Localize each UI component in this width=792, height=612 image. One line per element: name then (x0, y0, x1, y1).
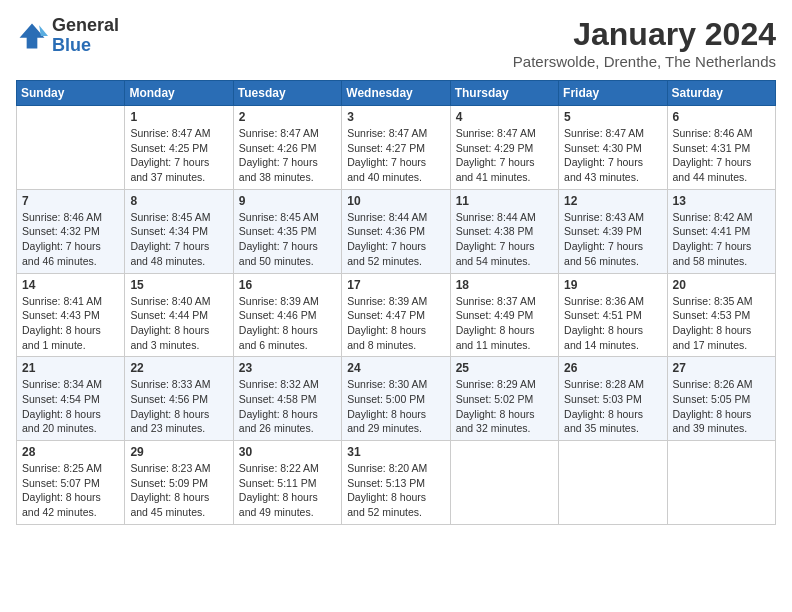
day-number: 15 (130, 278, 227, 292)
logo: General Blue (16, 16, 119, 56)
calendar-cell: 30Sunrise: 8:22 AMSunset: 5:11 PMDayligh… (233, 441, 341, 525)
weekday-header-wednesday: Wednesday (342, 81, 450, 106)
weekday-header-friday: Friday (559, 81, 667, 106)
day-number: 2 (239, 110, 336, 124)
day-info: Sunrise: 8:43 AMSunset: 4:39 PMDaylight:… (564, 210, 661, 269)
calendar-cell: 17Sunrise: 8:39 AMSunset: 4:47 PMDayligh… (342, 273, 450, 357)
calendar-week-3: 14Sunrise: 8:41 AMSunset: 4:43 PMDayligh… (17, 273, 776, 357)
day-info: Sunrise: 8:26 AMSunset: 5:05 PMDaylight:… (673, 377, 770, 436)
calendar-cell: 15Sunrise: 8:40 AMSunset: 4:44 PMDayligh… (125, 273, 233, 357)
day-number: 30 (239, 445, 336, 459)
calendar-cell: 23Sunrise: 8:32 AMSunset: 4:58 PMDayligh… (233, 357, 341, 441)
day-number: 9 (239, 194, 336, 208)
calendar-cell: 1Sunrise: 8:47 AMSunset: 4:25 PMDaylight… (125, 106, 233, 190)
day-info: Sunrise: 8:34 AMSunset: 4:54 PMDaylight:… (22, 377, 119, 436)
day-info: Sunrise: 8:37 AMSunset: 4:49 PMDaylight:… (456, 294, 553, 353)
calendar-cell: 21Sunrise: 8:34 AMSunset: 4:54 PMDayligh… (17, 357, 125, 441)
calendar-cell: 19Sunrise: 8:36 AMSunset: 4:51 PMDayligh… (559, 273, 667, 357)
calendar-cell: 11Sunrise: 8:44 AMSunset: 4:38 PMDayligh… (450, 189, 558, 273)
day-number: 1 (130, 110, 227, 124)
calendar-cell: 10Sunrise: 8:44 AMSunset: 4:36 PMDayligh… (342, 189, 450, 273)
day-number: 13 (673, 194, 770, 208)
day-number: 22 (130, 361, 227, 375)
day-number: 14 (22, 278, 119, 292)
day-number: 7 (22, 194, 119, 208)
weekday-header-thursday: Thursday (450, 81, 558, 106)
calendar-cell: 5Sunrise: 8:47 AMSunset: 4:30 PMDaylight… (559, 106, 667, 190)
day-info: Sunrise: 8:35 AMSunset: 4:53 PMDaylight:… (673, 294, 770, 353)
calendar-cell: 13Sunrise: 8:42 AMSunset: 4:41 PMDayligh… (667, 189, 775, 273)
calendar-cell: 2Sunrise: 8:47 AMSunset: 4:26 PMDaylight… (233, 106, 341, 190)
day-info: Sunrise: 8:45 AMSunset: 4:34 PMDaylight:… (130, 210, 227, 269)
calendar-week-5: 28Sunrise: 8:25 AMSunset: 5:07 PMDayligh… (17, 441, 776, 525)
day-info: Sunrise: 8:36 AMSunset: 4:51 PMDaylight:… (564, 294, 661, 353)
calendar-cell: 14Sunrise: 8:41 AMSunset: 4:43 PMDayligh… (17, 273, 125, 357)
weekday-header-monday: Monday (125, 81, 233, 106)
logo-blue: Blue (52, 36, 119, 56)
calendar-cell: 8Sunrise: 8:45 AMSunset: 4:34 PMDaylight… (125, 189, 233, 273)
calendar-cell: 31Sunrise: 8:20 AMSunset: 5:13 PMDayligh… (342, 441, 450, 525)
weekday-row: SundayMondayTuesdayWednesdayThursdayFrid… (17, 81, 776, 106)
day-number: 10 (347, 194, 444, 208)
weekday-header-saturday: Saturday (667, 81, 775, 106)
day-number: 5 (564, 110, 661, 124)
calendar-cell: 3Sunrise: 8:47 AMSunset: 4:27 PMDaylight… (342, 106, 450, 190)
day-info: Sunrise: 8:40 AMSunset: 4:44 PMDaylight:… (130, 294, 227, 353)
calendar-week-2: 7Sunrise: 8:46 AMSunset: 4:32 PMDaylight… (17, 189, 776, 273)
logo-text: General Blue (52, 16, 119, 56)
day-info: Sunrise: 8:47 AMSunset: 4:27 PMDaylight:… (347, 126, 444, 185)
day-number: 25 (456, 361, 553, 375)
day-info: Sunrise: 8:47 AMSunset: 4:29 PMDaylight:… (456, 126, 553, 185)
day-info: Sunrise: 8:45 AMSunset: 4:35 PMDaylight:… (239, 210, 336, 269)
day-info: Sunrise: 8:28 AMSunset: 5:03 PMDaylight:… (564, 377, 661, 436)
calendar-header: SundayMondayTuesdayWednesdayThursdayFrid… (17, 81, 776, 106)
day-info: Sunrise: 8:20 AMSunset: 5:13 PMDaylight:… (347, 461, 444, 520)
day-number: 26 (564, 361, 661, 375)
calendar-week-1: 1Sunrise: 8:47 AMSunset: 4:25 PMDaylight… (17, 106, 776, 190)
day-info: Sunrise: 8:47 AMSunset: 4:25 PMDaylight:… (130, 126, 227, 185)
day-number: 28 (22, 445, 119, 459)
calendar-body: 1Sunrise: 8:47 AMSunset: 4:25 PMDaylight… (17, 106, 776, 525)
day-info: Sunrise: 8:47 AMSunset: 4:26 PMDaylight:… (239, 126, 336, 185)
calendar-cell: 25Sunrise: 8:29 AMSunset: 5:02 PMDayligh… (450, 357, 558, 441)
calendar-cell: 24Sunrise: 8:30 AMSunset: 5:00 PMDayligh… (342, 357, 450, 441)
day-number: 31 (347, 445, 444, 459)
day-info: Sunrise: 8:46 AMSunset: 4:31 PMDaylight:… (673, 126, 770, 185)
day-number: 3 (347, 110, 444, 124)
calendar-cell (450, 441, 558, 525)
day-number: 8 (130, 194, 227, 208)
calendar-cell: 16Sunrise: 8:39 AMSunset: 4:46 PMDayligh… (233, 273, 341, 357)
month-title: January 2024 (513, 16, 776, 53)
day-number: 20 (673, 278, 770, 292)
calendar-cell: 6Sunrise: 8:46 AMSunset: 4:31 PMDaylight… (667, 106, 775, 190)
day-info: Sunrise: 8:42 AMSunset: 4:41 PMDaylight:… (673, 210, 770, 269)
day-info: Sunrise: 8:44 AMSunset: 4:38 PMDaylight:… (456, 210, 553, 269)
calendar-cell (667, 441, 775, 525)
day-info: Sunrise: 8:30 AMSunset: 5:00 PMDaylight:… (347, 377, 444, 436)
day-number: 18 (456, 278, 553, 292)
calendar-cell: 7Sunrise: 8:46 AMSunset: 4:32 PMDaylight… (17, 189, 125, 273)
day-number: 12 (564, 194, 661, 208)
calendar-cell: 28Sunrise: 8:25 AMSunset: 5:07 PMDayligh… (17, 441, 125, 525)
day-info: Sunrise: 8:22 AMSunset: 5:11 PMDaylight:… (239, 461, 336, 520)
day-info: Sunrise: 8:46 AMSunset: 4:32 PMDaylight:… (22, 210, 119, 269)
calendar-table: SundayMondayTuesdayWednesdayThursdayFrid… (16, 80, 776, 525)
calendar-cell: 20Sunrise: 8:35 AMSunset: 4:53 PMDayligh… (667, 273, 775, 357)
day-info: Sunrise: 8:23 AMSunset: 5:09 PMDaylight:… (130, 461, 227, 520)
calendar-cell (559, 441, 667, 525)
calendar-cell: 4Sunrise: 8:47 AMSunset: 4:29 PMDaylight… (450, 106, 558, 190)
calendar-cell: 29Sunrise: 8:23 AMSunset: 5:09 PMDayligh… (125, 441, 233, 525)
calendar-week-4: 21Sunrise: 8:34 AMSunset: 4:54 PMDayligh… (17, 357, 776, 441)
day-number: 16 (239, 278, 336, 292)
day-info: Sunrise: 8:25 AMSunset: 5:07 PMDaylight:… (22, 461, 119, 520)
day-info: Sunrise: 8:39 AMSunset: 4:46 PMDaylight:… (239, 294, 336, 353)
day-info: Sunrise: 8:32 AMSunset: 4:58 PMDaylight:… (239, 377, 336, 436)
logo-general: General (52, 16, 119, 36)
day-number: 21 (22, 361, 119, 375)
day-info: Sunrise: 8:29 AMSunset: 5:02 PMDaylight:… (456, 377, 553, 436)
day-number: 11 (456, 194, 553, 208)
calendar-cell: 26Sunrise: 8:28 AMSunset: 5:03 PMDayligh… (559, 357, 667, 441)
weekday-header-sunday: Sunday (17, 81, 125, 106)
day-info: Sunrise: 8:41 AMSunset: 4:43 PMDaylight:… (22, 294, 119, 353)
calendar-cell: 22Sunrise: 8:33 AMSunset: 4:56 PMDayligh… (125, 357, 233, 441)
